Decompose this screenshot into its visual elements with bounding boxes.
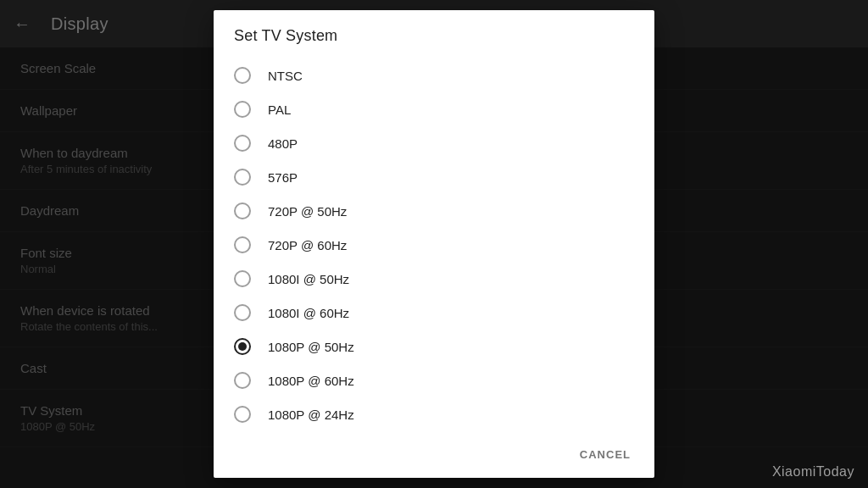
radio-label: 1080P @ 60Hz [268,374,354,388]
radio-circle [234,270,251,287]
radio-circle [234,202,251,219]
dialog-actions: CANCEL [214,435,654,478]
tv-system-dialog: Set TV System NTSCPAL480P576P720P @ 50Hz… [214,10,654,478]
radio-option[interactable]: 576P [214,160,654,194]
radio-label: 1080P @ 24Hz [268,408,354,422]
radio-label: NTSC [268,69,303,83]
radio-circle [234,169,251,186]
cancel-button[interactable]: CANCEL [570,441,641,468]
radio-label: 480P [268,136,298,151]
radio-option[interactable]: PAL [214,92,654,126]
radio-circle [234,67,251,84]
radio-label: PAL [268,103,291,117]
radio-option[interactable]: 720P @ 50Hz [214,194,654,228]
dialog-title: Set TV System [214,10,654,55]
radio-label: 720P @ 50Hz [268,204,347,219]
radio-option[interactable]: 480P [214,126,654,160]
radio-label: 1080P @ 50Hz [268,340,354,354]
radio-option[interactable]: 1080I @ 60Hz [214,296,654,330]
radio-circle [234,304,251,321]
radio-option[interactable]: 1080P @ 60Hz [214,363,654,397]
watermark: XiaomiToday [772,464,854,480]
radio-circle [234,135,251,152]
radio-label: 576P [268,170,298,185]
dialog-options-list: NTSCPAL480P576P720P @ 50Hz720P @ 60Hz108… [214,55,654,435]
radio-circle [234,338,251,355]
radio-option[interactable]: 1080P @ 50Hz [214,330,654,363]
radio-label: 1080I @ 60Hz [268,306,349,320]
radio-option[interactable]: NTSC [214,58,654,92]
radio-option[interactable]: 1080I @ 50Hz [214,262,654,296]
radio-option[interactable]: 720P @ 60Hz [214,228,654,262]
dialog-overlay: Set TV System NTSCPAL480P576P720P @ 50Hz… [0,0,868,488]
radio-circle [234,101,251,118]
radio-label: 720P @ 60Hz [268,238,347,252]
radio-circle [234,372,251,389]
radio-circle [234,236,251,253]
radio-circle [234,406,251,423]
radio-option[interactable]: 1080P @ 24Hz [214,397,654,431]
radio-label: 1080I @ 50Hz [268,272,349,286]
